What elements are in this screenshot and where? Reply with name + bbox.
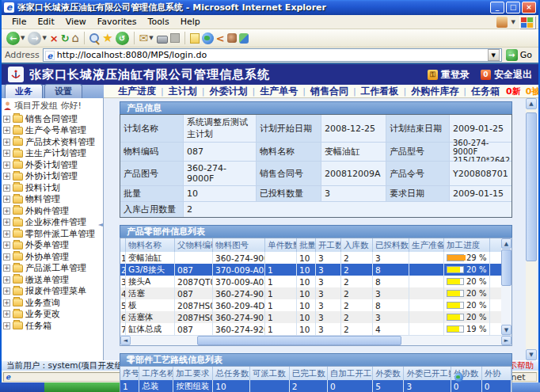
column-header[interactable]: 已完工数 <box>290 367 328 380</box>
stop-icon[interactable]: × <box>50 32 59 45</box>
back-button[interactable]: ←▼ <box>6 32 25 45</box>
table-row[interactable]: 5板2087HS002360-209-4D01011032820 % <box>120 299 501 311</box>
scroll-thumb[interactable] <box>501 249 511 286</box>
column-header[interactable]: 物料图号 <box>213 238 265 252</box>
sidebar-item[interactable]: +主生产计划管理 <box>3 148 103 160</box>
column-header[interactable]: 外协 <box>482 367 511 380</box>
print-icon[interactable] <box>157 33 168 44</box>
sidebar-item[interactable]: +外协单管理 <box>3 251 103 263</box>
sidebar-item[interactable]: +外委单管理 <box>3 240 103 252</box>
nav-item[interactable]: 工作看板 <box>358 86 402 97</box>
forward-dropdown-icon[interactable]: ▼ <box>42 35 46 41</box>
column-header[interactable]: 可派工数 <box>250 367 290 380</box>
expand-plus-icon[interactable]: + <box>3 253 10 261</box>
go-button[interactable]: → Go <box>502 48 536 63</box>
expand-plus-icon[interactable]: + <box>3 150 10 157</box>
close-button[interactable]: × <box>522 2 536 13</box>
scroll-up-icon[interactable]: ▲ <box>526 98 537 109</box>
sidebar-item[interactable]: +销售合同管理 <box>3 113 103 125</box>
expand-plus-icon[interactable]: + <box>3 207 10 215</box>
scroll-up-icon[interactable]: ▲ <box>501 238 511 249</box>
tab-business[interactable]: 业务 <box>5 84 43 98</box>
column-header[interactable]: 序号 <box>120 367 139 380</box>
nav-item[interactable]: 外购件库存 <box>408 86 462 97</box>
scroll-down-icon[interactable]: ▼ <box>526 349 537 360</box>
search-icon[interactable] <box>89 33 100 44</box>
expand-plus-icon[interactable]: + <box>3 242 10 249</box>
scroll-left-icon[interactable]: ◄ <box>120 336 131 345</box>
forward-button[interactable]: →▼ <box>28 32 47 45</box>
column-header[interactable]: 加工要求 <box>173 367 213 380</box>
expand-plus-icon[interactable]: + <box>3 299 10 306</box>
favorites-star-icon[interactable]: ★ <box>102 32 112 45</box>
msn-icon[interactable]: < <box>216 32 225 44</box>
expand-plus-icon[interactable]: + <box>3 139 10 146</box>
menu-item-help[interactable]: Help <box>175 17 206 27</box>
scroll-right-icon[interactable]: ► <box>501 336 511 345</box>
sidebar-item[interactable]: +企业标准件管理 <box>3 217 103 229</box>
relogin-button[interactable]: ⚿ 重登录 <box>428 68 470 82</box>
scroll-thumb[interactable] <box>526 112 537 261</box>
sidebar-item[interactable]: +业务更改 <box>3 309 103 321</box>
discuss-icon[interactable] <box>190 33 200 44</box>
tab-settings[interactable]: 设置 <box>44 84 82 98</box>
menu-item-tools[interactable]: Tools <box>143 17 175 27</box>
nav-item[interactable]: 生产进度 <box>115 86 159 97</box>
sidebar-item[interactable]: +外协计划管理 <box>3 171 103 183</box>
refresh-icon[interactable]: ↻ <box>61 32 70 45</box>
sidebar-item[interactable]: +投料计划 <box>3 182 103 194</box>
nav-item[interactable]: 销售合同 <box>307 86 352 97</box>
expand-plus-icon[interactable]: + <box>3 173 10 180</box>
table-row[interactable]: 1总装按图组装10205300 <box>120 380 511 392</box>
column-header[interactable] <box>120 238 126 252</box>
scroll-thumb[interactable] <box>197 336 401 345</box>
page-vertical-scrollbar[interactable]: ▲ ▼ <box>526 98 537 360</box>
expand-plus-icon[interactable]: + <box>3 162 10 169</box>
column-header[interactable]: 外委已开工数 <box>404 367 451 380</box>
maximize-button[interactable]: □ <box>506 2 520 13</box>
expand-plus-icon[interactable]: + <box>3 219 10 226</box>
expand-plus-icon[interactable]: + <box>3 196 10 203</box>
sidebar-item[interactable]: +物料管理 <box>3 194 103 206</box>
address-url[interactable]: http://localhost:8080/MPS/login.do <box>57 50 207 60</box>
sidebar-item[interactable]: +产品派工单管理 <box>3 263 103 275</box>
history-icon[interactable]: ↺ <box>116 32 129 45</box>
table-row[interactable]: 4活塞087360-274-9010F11032320 % <box>120 287 501 299</box>
expand-plus-icon[interactable]: + <box>3 116 10 123</box>
column-header[interactable]: 工序名称 <box>139 367 173 380</box>
expand-plus-icon[interactable]: + <box>3 265 10 272</box>
table-row[interactable]: 7缸体总成087360-274-9200F11032419 % <box>120 323 501 335</box>
expand-plus-icon[interactable]: + <box>3 127 10 134</box>
column-header[interactable]: 已投料数 <box>373 238 409 252</box>
research-icon[interactable] <box>227 33 237 43</box>
menu-item-favorites[interactable]: Favorites <box>92 17 143 27</box>
logout-button[interactable]: 0 安全退出 <box>481 68 532 82</box>
sidebar-item[interactable]: +外委计划管理 <box>3 159 103 171</box>
column-header[interactable]: 外委数 <box>373 367 404 380</box>
column-header[interactable]: 生产准备 <box>409 238 444 252</box>
expand-plus-icon[interactable]: + <box>3 185 10 192</box>
table-row[interactable]: 3接头A2087QT002370-009-A085011032820 % <box>120 276 501 287</box>
expand-plus-icon[interactable]: + <box>3 287 10 295</box>
edit-icon[interactable] <box>170 33 180 43</box>
column-header[interactable]: 批量 <box>297 238 316 252</box>
back-dropdown-icon[interactable]: ▼ <box>21 35 25 41</box>
sidebar-item[interactable]: +缴送单管理 <box>3 274 103 286</box>
expand-plus-icon[interactable]: + <box>3 230 10 238</box>
parts-horizontal-scrollbar[interactable]: ◄ ► <box>120 335 511 345</box>
column-header[interactable]: 入库数 <box>341 238 373 252</box>
expand-plus-icon[interactable]: + <box>3 322 10 329</box>
sidebar-item[interactable]: +业务查询 <box>3 297 103 309</box>
column-header[interactable]: 总任务数 <box>213 367 249 380</box>
nav-item[interactable]: 任务箱 <box>468 86 503 97</box>
sidebar-item[interactable]: +报废件管理菜单 <box>3 286 103 298</box>
sidebar-item[interactable]: +产品技术资料管理 <box>3 136 103 148</box>
expand-plus-icon[interactable]: + <box>3 276 10 284</box>
nav-item[interactable]: 外委计划 <box>206 86 250 97</box>
menu-item-file[interactable]: File <box>6 17 32 27</box>
menu-item-view[interactable]: View <box>60 17 92 27</box>
sidebar-collapse-handle[interactable]: ◄ <box>98 221 103 228</box>
address-dropdown-icon[interactable]: ▼ <box>488 49 500 61</box>
browser-globe-icon[interactable] <box>202 32 214 44</box>
table-row[interactable]: 1变幅油缸360-274-9000F1032329 % <box>120 252 501 264</box>
